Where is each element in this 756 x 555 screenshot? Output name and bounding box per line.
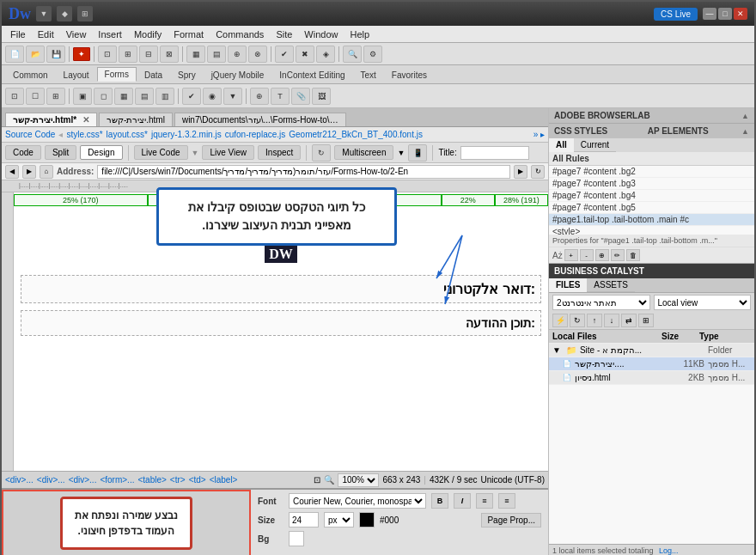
font-select[interactable]: Courier New, Courier, monospace (289, 493, 426, 509)
menu-edit[interactable]: Edit (33, 28, 59, 40)
insert-tab-text[interactable]: Text (353, 68, 384, 82)
insert-icon-13[interactable]: T (271, 88, 290, 105)
css-icon-1[interactable]: + (564, 249, 578, 261)
toolbar-btn-3[interactable]: 💾 (46, 46, 65, 63)
toolbar-btn-14[interactable]: ◈ (316, 46, 335, 63)
menu-file[interactable]: File (5, 28, 31, 40)
related-style[interactable]: style.css* (66, 130, 102, 139)
css-rule-6[interactable]: <style> (549, 226, 754, 235)
menu-site[interactable]: Site (271, 28, 297, 40)
title-input[interactable] (460, 146, 529, 160)
toolbar-btn-11[interactable]: ⊗ (248, 46, 267, 63)
files-sync-btn[interactable]: ⇄ (621, 314, 637, 327)
status-tag-table[interactable]: <table> (137, 475, 166, 485)
multiscreen-btn[interactable]: Multiscreen (334, 145, 393, 160)
toolbar-btn-4[interactable]: ⊡ (98, 46, 117, 63)
css-expand[interactable]: ▲ (741, 127, 749, 136)
design-btn[interactable]: Design (80, 145, 122, 160)
css-icon-5[interactable]: 🗑 (626, 249, 640, 261)
insert-tab-common[interactable]: Common (5, 68, 56, 82)
insert-icon-14[interactable]: 📎 (291, 88, 310, 105)
files-connect-btn[interactable]: ⚡ (552, 314, 568, 327)
menu-format[interactable]: Format (168, 28, 209, 40)
insert-icon-12[interactable]: ⊕ (250, 88, 269, 105)
files-refresh-btn[interactable]: ↻ (570, 314, 585, 327)
related-cufon[interactable]: cufon-replace.js (225, 130, 286, 139)
file-row-site[interactable]: ▼ 📁 Site - הקמת א... Folder (549, 344, 754, 357)
toolbar-red-btn[interactable]: ✦ (73, 47, 90, 61)
css-icon-2[interactable]: - (580, 249, 594, 261)
log-btn[interactable]: Log... (659, 546, 679, 555)
toolbar-btn-15[interactable]: 🔍 (343, 46, 362, 63)
assets-tab[interactable]: ASSETS (587, 278, 634, 292)
page-prop-button[interactable]: Page Prop... (481, 513, 541, 528)
code-btn[interactable]: Code (5, 145, 41, 160)
files-upload-btn[interactable]: ↑ (587, 314, 602, 327)
title-icon-3[interactable]: ⊞ (77, 6, 93, 21)
browserlab-expand[interactable]: ▲ (741, 112, 749, 120)
css-rule-1[interactable]: #page7 #content .bg2 (549, 166, 754, 178)
toolbar-btn-5[interactable]: ⊞ (119, 46, 137, 63)
unit-select[interactable]: px (324, 512, 354, 528)
live-code-btn[interactable]: Live Code (134, 145, 188, 160)
file-tab-1[interactable]: יצירת-קשר.html* ✕ (5, 113, 97, 126)
insert-tab-incontext[interactable]: InContext Editing (271, 68, 352, 82)
address-go[interactable]: ▶ (514, 165, 527, 179)
css-icon-4[interactable]: ✏ (611, 249, 625, 261)
menu-help[interactable]: Help (344, 28, 375, 40)
insert-icon-10[interactable]: ◉ (203, 88, 222, 105)
insert-icon-3[interactable]: ⊞ (46, 88, 65, 105)
file-tab-2[interactable]: יצירת-קשר.html (99, 113, 173, 126)
file-row-1[interactable]: 📄 יצירת-קשר.... 11KB מסמך H... (549, 357, 754, 371)
insert-icon-11[interactable]: ▼ (223, 88, 242, 105)
insert-tab-forms[interactable]: Forms (97, 67, 137, 82)
status-tag-td[interactable]: <td> (189, 475, 206, 485)
title-icon-1[interactable]: ▼ (36, 6, 52, 21)
insert-tab-layout[interactable]: Layout (56, 68, 97, 82)
insert-icon-5[interactable]: ◻ (94, 88, 113, 105)
menu-window[interactable]: Window (299, 28, 343, 40)
nav-back[interactable]: ◀ (5, 165, 19, 179)
nav-fwd[interactable]: ▶ (22, 165, 36, 179)
refresh-btn[interactable]: ↻ (312, 144, 331, 162)
status-tag-tr[interactable]: <tr> (170, 475, 186, 485)
status-tag-div3[interactable]: <div>... (69, 475, 97, 485)
css-rule-5[interactable]: #page1.tail-top .tail-bottom .main #c (549, 214, 754, 226)
css-rule-3[interactable]: #page7 #content .bg4 (549, 190, 754, 202)
zoom-select[interactable]: 100% (338, 473, 379, 487)
insert-tab-spry[interactable]: Spry (170, 68, 204, 82)
address-input[interactable] (97, 165, 510, 179)
menu-modify[interactable]: Modify (129, 28, 167, 40)
cs-live-btn[interactable]: CS Live (654, 8, 698, 21)
menu-view[interactable]: View (61, 28, 92, 40)
status-tag-div2[interactable]: <div>... (37, 475, 65, 485)
status-tag-form[interactable]: <form>... (100, 475, 134, 485)
bg-swatch[interactable] (289, 531, 304, 546)
nav-home[interactable]: ⌂ (40, 165, 53, 179)
file-row-2[interactable]: 📄 ניסיון.html 2KB מסמך H... (549, 371, 754, 385)
close-button[interactable]: ✕ (734, 8, 747, 20)
insert-tab-favorites[interactable]: Favorites (384, 68, 435, 82)
toolbar-btn-7[interactable]: ⊠ (160, 46, 179, 63)
menu-insert[interactable]: Insert (93, 28, 127, 40)
insert-icon-6[interactable]: ▦ (114, 88, 133, 105)
related-jquery[interactable]: jquery-1.3.2.min.js (151, 130, 222, 139)
files-tab[interactable]: FILES (549, 278, 587, 292)
toolbar-btn-1[interactable]: 📄 (5, 46, 24, 63)
css-rule-4[interactable]: #page7 #content .bg5 (549, 202, 754, 214)
insert-icon-15[interactable]: 🖼 (312, 88, 331, 105)
toolbar-btn-13[interactable]: ✖ (296, 46, 314, 63)
menu-commands[interactable]: Commands (210, 28, 269, 40)
italic-btn[interactable]: I (454, 493, 471, 509)
title-icon-2[interactable]: ◆ (57, 6, 72, 21)
toolbar-btn-2[interactable]: 📂 (26, 46, 45, 63)
align-left-btn[interactable]: ≡ (476, 493, 493, 509)
size-input[interactable] (289, 512, 319, 528)
css-tab-current[interactable]: Current (574, 138, 616, 152)
insert-icon-4[interactable]: ▣ (73, 88, 92, 105)
files-expand-btn[interactable]: ⊞ (638, 314, 654, 327)
align-center-btn[interactable]: ≡ (498, 493, 515, 509)
minimize-button[interactable]: — (703, 8, 716, 20)
insert-icon-9[interactable]: ✔ (182, 88, 201, 105)
insert-icon-7[interactable]: ▤ (135, 88, 154, 105)
